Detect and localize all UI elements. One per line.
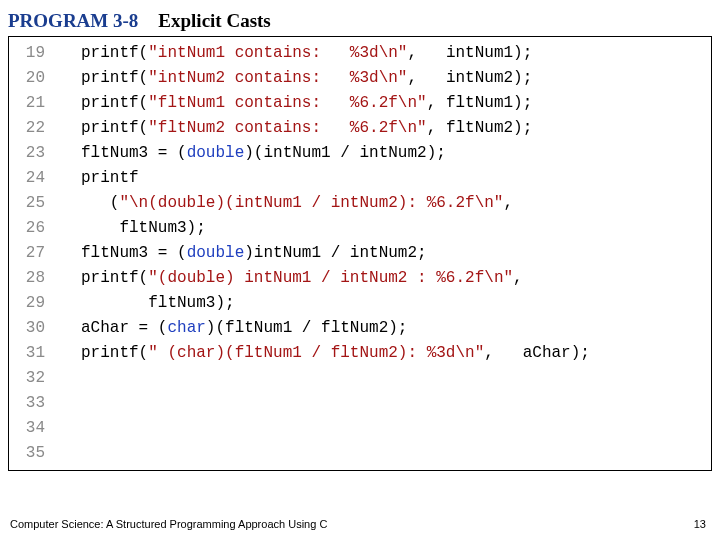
code-line: ("\n(double)(intNum1 / intNum2): %6.2f\n…: [81, 191, 707, 216]
code-line: fltNum3 = (double)(intNum1 / intNum2);: [81, 141, 707, 166]
line-number: 23: [9, 141, 45, 166]
line-number: 21: [9, 91, 45, 116]
footer: Computer Science: A Structured Programmi…: [10, 518, 706, 530]
line-number: 19: [9, 41, 45, 66]
line-number-gutter: 19 20 21 22 23 24 25 26 27 28 29 30 31 3…: [9, 37, 51, 470]
code-line: aChar = (char)(fltNum1 / fltNum2);: [81, 316, 707, 341]
code-line: printf: [81, 166, 707, 191]
code-line: printf("intNum2 contains: %3d\n", intNum…: [81, 66, 707, 91]
line-number: 26: [9, 216, 45, 241]
line-number: 27: [9, 241, 45, 266]
code-line: printf(" (char)(fltNum1 / fltNum2): %3d\…: [81, 341, 707, 366]
code-line: fltNum3);: [81, 216, 707, 241]
line-number: 20: [9, 66, 45, 91]
code-line: fltNum3 = (double)intNum1 / intNum2;: [81, 241, 707, 266]
code-frame: 19 20 21 22 23 24 25 26 27 28 29 30 31 3…: [8, 36, 712, 471]
line-number: 35: [9, 441, 45, 466]
line-number: 25: [9, 191, 45, 216]
program-title: Explicit Casts: [158, 10, 270, 31]
code-line: printf("intNum1 contains: %3d\n", intNum…: [81, 41, 707, 66]
line-number: 28: [9, 266, 45, 291]
line-number: 32: [9, 366, 45, 391]
line-number: 31: [9, 341, 45, 366]
page-number: 13: [694, 518, 706, 530]
line-number: 24: [9, 166, 45, 191]
book-title: Computer Science: A Structured Programmi…: [10, 518, 327, 530]
program-label: PROGRAM 3-8: [8, 10, 138, 31]
code-line: fltNum3);: [81, 291, 707, 316]
line-number: 22: [9, 116, 45, 141]
code-line: printf("fltNum1 contains: %6.2f\n", fltN…: [81, 91, 707, 116]
code-area: printf("intNum1 contains: %3d\n", intNum…: [51, 37, 711, 470]
line-number: 30: [9, 316, 45, 341]
line-number: 29: [9, 291, 45, 316]
code-line: printf("fltNum2 contains: %6.2f\n", fltN…: [81, 116, 707, 141]
line-number: 33: [9, 391, 45, 416]
code-line: printf("(double) intNum1 / intNum2 : %6.…: [81, 266, 707, 291]
program-header: PROGRAM 3-8 Explicit Casts: [0, 0, 720, 36]
line-number: 34: [9, 416, 45, 441]
